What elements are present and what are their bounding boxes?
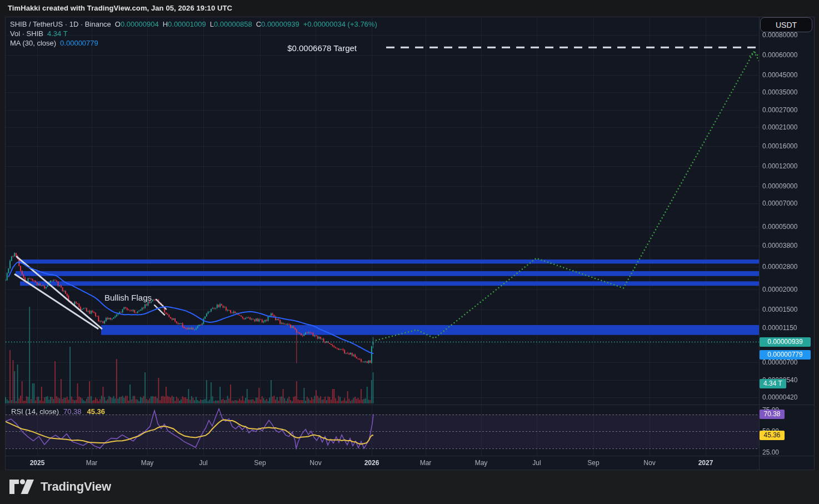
axis-badge: 70.38 xyxy=(760,410,785,419)
rsi-legend: RSI (14, close)70.3845.36 xyxy=(11,407,105,416)
close-label: C xyxy=(256,20,261,28)
target-annotation: $0.0006678 Target xyxy=(278,43,357,53)
price-axis-label: 0.00060000 xyxy=(762,51,797,59)
price-axis-label: 0.00016000 xyxy=(762,142,797,150)
price-axis-label: 0.00009000 xyxy=(762,182,797,190)
axis-badge: 45.36 xyxy=(760,431,785,440)
symbol-row: SHIB / TetherUS · 1D · BinanceO0.0000090… xyxy=(10,19,377,29)
currency-toggle-button[interactable]: USDT xyxy=(760,17,812,32)
time-axis-label: 2026 xyxy=(364,459,379,467)
time-axis-label: Mar xyxy=(420,459,432,467)
ma-label: MA (30, close) xyxy=(10,39,56,47)
price-axis-label: 0.00005000 xyxy=(762,223,797,231)
price-axis-label: 0.00080000 xyxy=(762,31,797,39)
time-axis-label: Sep xyxy=(587,459,599,467)
open-value: 0.00000904 xyxy=(121,20,159,28)
rsi-ma-value: 45.36 xyxy=(87,407,106,416)
price-axis-label: 0.00035000 xyxy=(762,88,797,96)
time-axis-label: Mar xyxy=(86,459,98,467)
tradingview-logo-icon[interactable] xyxy=(9,479,34,495)
axis-badge: 0.00000779 xyxy=(760,350,811,360)
price-axis-label: 0.00045000 xyxy=(762,71,797,79)
time-axis-label: Jul xyxy=(532,459,541,467)
axis-badge: 4.34 T xyxy=(760,379,786,388)
price-axis-label: 0.00003800 xyxy=(762,242,797,249)
time-axis-label: May xyxy=(475,459,488,467)
price-axis-label: 0.00001150 xyxy=(762,324,797,332)
brand-wordmark[interactable]: TradingView xyxy=(41,480,111,494)
price-axis-label: 0.00007000 xyxy=(762,199,797,207)
price-axis-label: 0.00000700 xyxy=(762,358,797,366)
price-axis-label: 0.00001500 xyxy=(762,306,797,313)
low-label: L xyxy=(210,20,214,28)
rsi-value: 70.38 xyxy=(63,407,82,416)
time-axis-label: Sep xyxy=(254,459,266,467)
volume-value: 4.34 T xyxy=(47,29,68,38)
tradingview-chart-screenshot: TimHakki created with TradingView.com, J… xyxy=(0,0,819,504)
axis-badge: 0.00000939 xyxy=(760,337,811,347)
price-axis-label: 0.00027000 xyxy=(762,106,797,114)
volume-label: Vol · SHIB xyxy=(10,29,43,38)
price-chart-canvas[interactable] xyxy=(0,0,819,504)
price-axis-label: 0.00002000 xyxy=(762,286,797,293)
time-axis-label: Jul xyxy=(199,459,207,467)
volume-row: Vol · SHIB4.34 T xyxy=(10,29,377,38)
close-value: 0.00000939 xyxy=(261,20,299,28)
low-value: 0.00000858 xyxy=(214,20,252,28)
time-axis-label: Nov xyxy=(643,459,655,467)
price-axis-label: 0.00002800 xyxy=(762,263,797,271)
price-axis-label: 0.00000420 xyxy=(762,393,797,401)
time-axis-label: 2027 xyxy=(698,459,713,467)
symbol-title: SHIB / TetherUS · 1D · Binance xyxy=(10,20,111,28)
price-axis-label: 0.00012000 xyxy=(762,162,797,170)
rsi-legend-label: RSI (14, close) xyxy=(11,407,59,416)
attribution-text: TimHakki created with TradingView.com, J… xyxy=(8,4,232,12)
ma-value: 0.00000779 xyxy=(60,39,98,47)
bullish-flags-annotation: Bullish Flags xyxy=(104,293,152,302)
footer-bar: TradingView xyxy=(9,479,111,495)
time-axis-label: May xyxy=(141,459,154,467)
high-label: H xyxy=(163,20,168,28)
high-value: 0.00001009 xyxy=(168,20,206,28)
rsi-axis-label: 25.00 xyxy=(762,448,779,456)
time-axis-label: Nov xyxy=(309,459,321,467)
price-axis-label: 0.00021000 xyxy=(762,123,797,131)
time-axis-label: 2025 xyxy=(30,459,45,467)
open-label: O xyxy=(115,20,121,28)
change-value: +0.00000034 (+3.76%) xyxy=(303,20,377,28)
